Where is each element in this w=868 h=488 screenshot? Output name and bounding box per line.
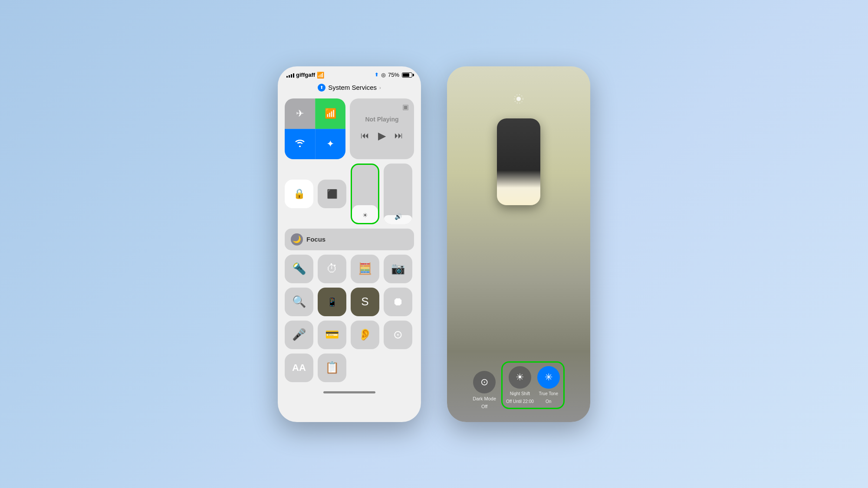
location-services-icon: ◎ [381,72,385,78]
chevron-icon: › [379,85,381,90]
timer-icon: ⏱ [326,262,338,275]
text-size-button[interactable]: AA [285,354,313,382]
camera-button[interactable]: 📷 [384,255,412,283]
shazam-button[interactable]: S [351,288,379,316]
home-indicator [278,386,421,399]
screenshots-container: giffgaff 📶 ⬆ ◎ 75% ⬆ System Services › [278,66,590,422]
true-tone-circle: ✳ [537,366,560,389]
voice-memo-icon: 🎤 [292,328,306,341]
screen-record-button[interactable]: ⏺ [384,288,412,316]
flashlight-icon: 🔦 [292,262,306,275]
signal-bar-3 [291,74,292,78]
screen-mirror-button[interactable]: ⬛ [318,180,346,208]
focus-row: 🌙 Focus [285,229,414,250]
cellular-button[interactable]: 📶 [315,98,345,129]
second-row: 🔒 ⬛ ☀ 🔊 [285,164,414,224]
airplane-mode-button[interactable]: ✈ [285,98,315,129]
dark-mode-button[interactable]: ⊙ Dark Mode Off [473,371,496,409]
cellular-icon: 📶 [325,108,336,119]
battery-fill [403,73,409,77]
wifi-icon: 📶 [317,72,324,79]
wallet-button[interactable]: 💳 [318,321,346,349]
night-shift-circle: ☀ [509,366,531,389]
system-services-header[interactable]: ⬆ System Services › [278,82,421,96]
location-icon: ⬆ [375,72,378,78]
rewind-button[interactable]: ⏮ [361,131,369,141]
signal-bar-2 [289,75,290,78]
status-right: ⬆ ◎ 75% [375,72,412,78]
play-button[interactable]: ▶ [378,130,386,142]
signal-bar-1 [286,76,288,78]
icon-row-3: 🎤 💳 👂 ⊙ [285,321,414,349]
status-left: giffgaff 📶 [286,72,324,79]
fast-forward-button[interactable]: ⏭ [395,131,403,141]
true-tone-label-line1: True Tone [539,391,558,396]
calculator-icon: 🧮 [358,262,372,275]
battery-percent: 75% [388,72,399,78]
true-tone-label-line2: On [546,399,551,404]
icon-row-4: AA 📋 [285,354,414,382]
filters-button[interactable]: ⊙ [384,321,412,349]
focus-button[interactable]: 🌙 Focus [285,229,414,250]
calculator-button[interactable]: 🧮 [351,255,379,283]
not-playing-text: Not Playing [365,116,398,123]
dark-mode-label-line2: Off [481,404,487,409]
camera-icon: 📷 [391,262,405,275]
night-shift-button[interactable]: ☀ Night Shift Off Until 22:00 [506,366,534,404]
top-row: ✈ 📶 [285,98,414,159]
system-services-label: System Services [328,84,377,91]
remote-button[interactable]: 📱 [318,288,346,316]
moon-icon: 🌙 [291,233,303,246]
brightness-icon: ☀ [362,212,368,219]
hearing-icon: 👂 [358,328,372,341]
icon-row-1: 🔦 ⏱ 🧮 📷 [285,255,414,283]
icon-row-2: 🔍 📱 S ⏺ [285,288,414,316]
bluetooth-icon: ✦ [326,138,334,150]
screen-lock-icon: 🔒 [293,188,305,200]
flashlight-button[interactable]: 🔦 [285,255,313,283]
status-bar: giffgaff 📶 ⬆ ◎ 75% [278,66,421,82]
volume-icon: 🔊 [395,213,402,220]
night-shift-label-line2: Off Until 22:00 [506,399,534,404]
wallet-icon: 💳 [325,328,339,341]
carrier-name: giffgaff [296,72,315,78]
bottom-controls: ⊙ Dark Mode Off ☀ Night Shift Off Until … [473,361,565,409]
dark-mode-circle: ⊙ [473,371,496,393]
zoom-icon: 🔍 [292,295,306,308]
cc-grid: ✈ 📶 [278,96,421,386]
battery-icon [402,72,412,78]
media-widget[interactable]: ▣ Not Playing ⏮ ▶ ⏭ [350,98,414,159]
wifi-button-icon [295,138,305,150]
true-tone-button[interactable]: ✳ True Tone On [537,366,560,404]
screen-mirror-icon: ⬛ [327,189,338,199]
screen-lock-button[interactable]: 🔒 [285,180,313,208]
screen-record-icon: ⏺ [392,295,404,308]
wifi-button[interactable] [285,129,315,159]
shazam-icon: S [361,295,368,308]
zoom-button[interactable]: 🔍 [285,288,313,316]
notes-icon: 📋 [325,361,339,374]
night-shift-label-line1: Night Shift [510,391,530,396]
conn-divider-v [315,98,316,159]
filters-icon: ⊙ [393,328,403,341]
remote-icon: 📱 [327,297,338,307]
volume-slider[interactable]: 🔊 [384,164,412,224]
brightness-slider[interactable]: ☀ [351,164,379,224]
bluetooth-button[interactable]: ✦ [315,129,345,159]
airplane-icon: ✈ [296,108,304,119]
signal-bars [286,72,294,78]
night-shift-icon: ☀ [516,372,524,383]
voice-memo-button[interactable]: 🎤 [285,321,313,349]
focus-label: Focus [306,236,326,243]
hearing-button[interactable]: 👂 [351,321,379,349]
airplay-icon[interactable]: ▣ [402,103,409,111]
location-dot: ⬆ [318,84,326,92]
iphone-silhouette [497,118,540,205]
true-tone-icon: ✳ [545,372,552,383]
timer-button[interactable]: ⏱ [318,255,346,283]
text-size-icon: AA [292,362,306,373]
sliders-row: ☀ 🔊 [351,164,412,224]
dark-mode-label-line1: Dark Mode [473,396,496,401]
connectivity-grid: ✈ 📶 [285,98,345,159]
notes-button[interactable]: 📋 [318,354,346,382]
